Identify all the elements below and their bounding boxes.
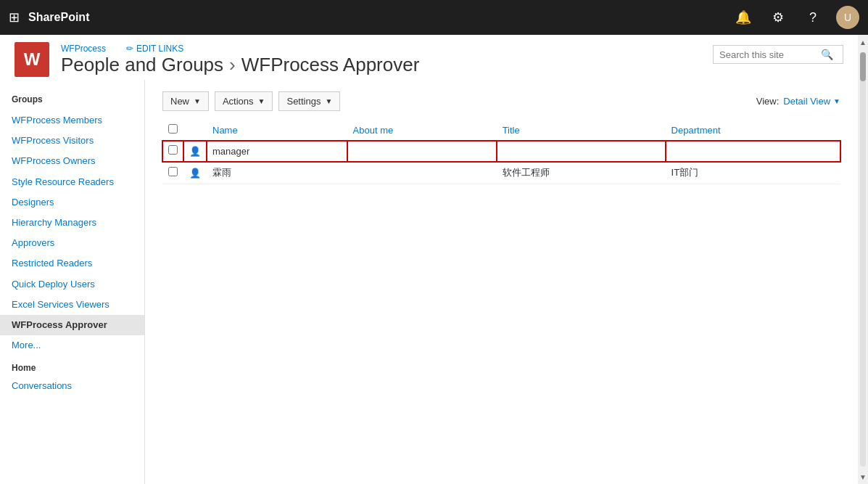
detail-view-link[interactable]: Detail View ▼	[783, 96, 840, 107]
scrollbar-thumb[interactable]	[860, 52, 866, 81]
sidebar-item-quick-deploy-users[interactable]: Quick Deploy Users	[0, 274, 144, 295]
sidebar-item-more[interactable]: More...	[0, 335, 144, 356]
sidebar-item-designers[interactable]: Designers	[0, 192, 144, 213]
scrollbar[interactable]: ▲ ▼	[858, 35, 868, 484]
sidebar-groups-header: Groups	[0, 91, 144, 107]
breadcrumb-row: W WFProcess ✏ EDIT LINKS People and Grou…	[15, 42, 843, 77]
sidebar-home-header: Home	[0, 356, 144, 376]
search-box: 🔍	[713, 45, 843, 64]
settings-icon[interactable]: ⚙	[766, 6, 790, 29]
sidebar-item-wfprocess-visitors[interactable]: WFProcess Visitors	[0, 131, 144, 151]
col-department-header: Department	[666, 120, 840, 141]
top-right-controls: 🔍	[713, 45, 843, 64]
app-title: SharePoint	[28, 11, 732, 24]
actions-button[interactable]: Actions ▼	[215, 91, 273, 111]
person-icon: 👤	[189, 167, 201, 179]
new-button[interactable]: New ▼	[162, 91, 209, 111]
actions-dropdown-arrow: ▼	[258, 97, 265, 105]
row-department-cell: IT部门	[666, 162, 840, 184]
row-about-me-cell	[347, 141, 497, 162]
row-department-cell	[666, 141, 840, 162]
view-label: View: Detail View ▼	[756, 96, 840, 107]
sidebar-item-excel-services-viewers[interactable]: Excel Services Viewers	[0, 295, 144, 315]
help-icon[interactable]: ?	[801, 6, 824, 29]
select-all-checkbox[interactable]	[168, 124, 178, 134]
row-checkbox[interactable]	[168, 145, 178, 155]
row-icon-cell: 👤	[183, 141, 207, 162]
col-icon-header	[183, 120, 207, 141]
table-row: 👤 manager	[162, 141, 840, 162]
edit-links[interactable]: ✏ EDIT LINKS	[126, 44, 183, 54]
main-content: New ▼ Actions ▼ Settings ▼ View: De	[145, 80, 858, 484]
search-input[interactable]	[719, 49, 821, 60]
col-name-header[interactable]: Name	[207, 120, 347, 141]
scrollbar-track[interactable]	[860, 52, 866, 467]
col-title-header[interactable]: Title	[497, 120, 666, 141]
row-checkbox[interactable]	[168, 167, 178, 176]
sidebar-item-wfprocess-members[interactable]: WFProcess Members	[0, 110, 144, 131]
new-dropdown-arrow: ▼	[194, 97, 201, 105]
row-title-cell	[497, 141, 666, 162]
toolbar: New ▼ Actions ▼ Settings ▼ View: De	[162, 91, 840, 111]
page-body: Groups WFProcess Members WFProcess Visit…	[0, 80, 858, 484]
row-name-cell[interactable]: manager	[207, 141, 347, 162]
row-name-cell[interactable]: 霖雨	[207, 162, 347, 184]
col-about-me-header: About me	[347, 120, 497, 141]
site-icon: W	[15, 42, 49, 77]
breadcrumb-left: W WFProcess ✏ EDIT LINKS People and Grou…	[15, 42, 419, 77]
col-checkbox	[162, 120, 183, 141]
notification-icon[interactable]: 🔔	[732, 6, 755, 29]
page-title: People and Groups › WFProcess Approver	[61, 54, 419, 76]
people-table: Name About me Title Department	[162, 120, 840, 184]
sidebar-item-wfprocess-approver[interactable]: WFProcess Approver	[0, 315, 144, 335]
sidebar-item-approvers[interactable]: Approvers	[0, 233, 144, 253]
header-section: W WFProcess ✏ EDIT LINKS People and Grou…	[0, 35, 858, 80]
waffle-icon[interactable]: ⊞	[9, 9, 20, 25]
row-title-cell: 软件工程师	[497, 162, 666, 184]
view-dropdown-arrow: ▼	[833, 97, 840, 105]
person-icon: 👤	[189, 145, 201, 157]
breadcrumb-link[interactable]: WFProcess	[61, 44, 106, 54]
row-icon-cell: 👤	[183, 162, 207, 184]
breadcrumb-text: WFProcess ✏ EDIT LINKS People and Groups…	[61, 44, 419, 76]
row-about-me-cell	[347, 162, 497, 184]
avatar[interactable]: U	[836, 6, 859, 29]
sidebar-item-hierarchy-managers[interactable]: Hierarchy Managers	[0, 213, 144, 233]
sidebar-item-restricted-readers[interactable]: Restricted Readers	[0, 253, 144, 274]
table-row: 👤 霖雨 软件工程师 IT部门	[162, 162, 840, 184]
sidebar-item-style-resource-readers[interactable]: Style Resource Readers	[0, 172, 144, 192]
settings-button[interactable]: Settings ▼	[278, 91, 340, 111]
settings-dropdown-arrow: ▼	[325, 97, 332, 105]
sidebar: Groups WFProcess Members WFProcess Visit…	[0, 80, 145, 484]
sidebar-item-conversations[interactable]: Conversations	[0, 376, 144, 396]
row-checkbox-cell	[162, 162, 183, 184]
main-wrapper: W WFProcess ✏ EDIT LINKS People and Grou…	[0, 35, 868, 484]
search-button[interactable]: 🔍	[821, 49, 833, 60]
nav-icons: 🔔 ⚙ ? U	[732, 6, 859, 29]
top-nav: ⊞ SharePoint 🔔 ⚙ ? U	[0, 0, 868, 35]
content-area: W WFProcess ✏ EDIT LINKS People and Grou…	[0, 35, 858, 484]
pencil-icon: ✏	[126, 44, 133, 54]
row-checkbox-cell	[162, 141, 183, 162]
sidebar-item-wfprocess-owners[interactable]: WFProcess Owners	[0, 151, 144, 171]
